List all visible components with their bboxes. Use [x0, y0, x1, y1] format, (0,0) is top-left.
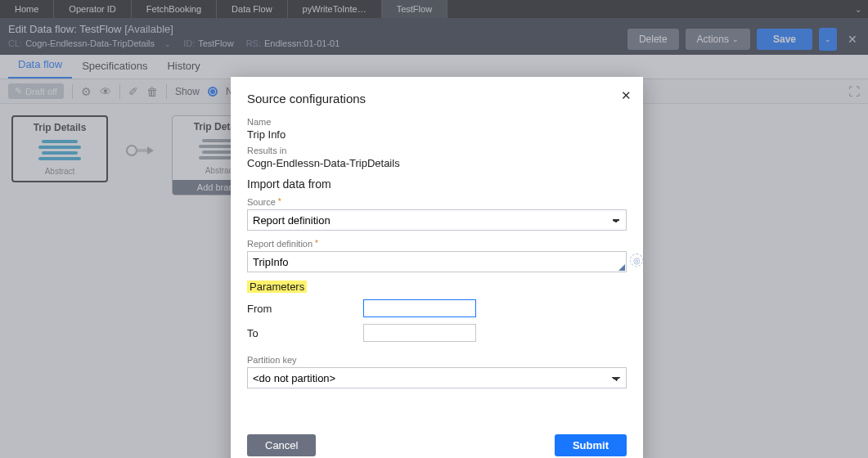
- submit-button[interactable]: Submit: [555, 434, 627, 456]
- param-from-label: From: [247, 303, 363, 315]
- results-label: Results in: [247, 146, 627, 155]
- partition-label: Partition key: [247, 355, 627, 365]
- report-definition-label: Report definition: [247, 239, 627, 249]
- name-value: Trip Info: [247, 128, 627, 141]
- report-definition-input[interactable]: [247, 251, 627, 272]
- cancel-button[interactable]: Cancel: [247, 434, 316, 456]
- modal-title: Source configurations: [247, 92, 627, 106]
- partition-select[interactable]: <do not partition>: [247, 367, 627, 388]
- name-label: Name: [247, 117, 627, 127]
- source-config-modal: ✕ Source configurations Name Trip Info R…: [231, 77, 643, 458]
- import-section-header: Import data from: [247, 177, 627, 191]
- resize-handle-icon[interactable]: [618, 264, 625, 271]
- param-to-input[interactable]: [363, 324, 476, 342]
- source-select[interactable]: Report definition: [247, 209, 627, 231]
- param-to-label: To: [247, 327, 363, 339]
- parameters-header: Parameters: [247, 281, 307, 293]
- source-label: Source: [247, 197, 627, 207]
- results-value: Cogn-Endlessn-Data-TripDetails: [247, 157, 627, 169]
- close-modal-button[interactable]: ✕: [621, 88, 632, 103]
- param-from-input[interactable]: [363, 299, 476, 317]
- target-icon[interactable]: ◎: [630, 254, 643, 267]
